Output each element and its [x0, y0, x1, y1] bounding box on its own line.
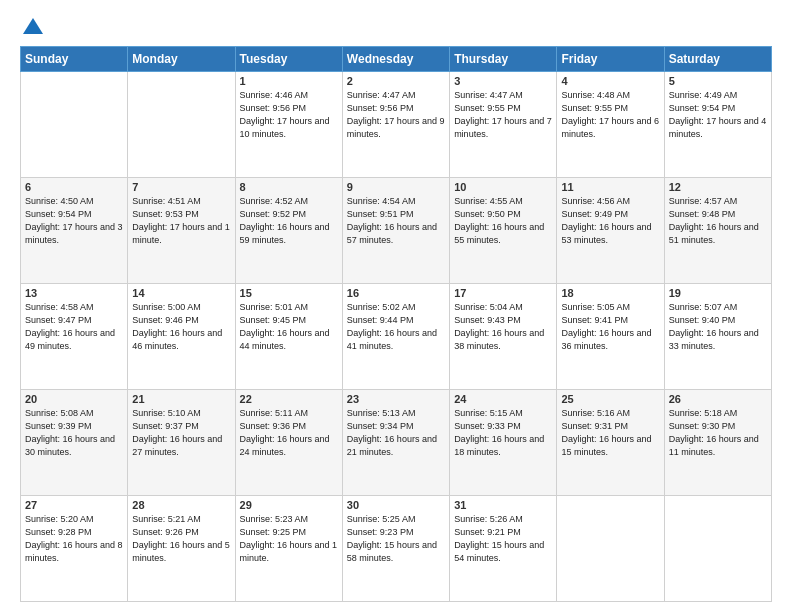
day-info: Sunrise: 5:15 AM Sunset: 9:33 PM Dayligh… — [454, 407, 552, 459]
calendar-cell — [557, 496, 664, 602]
calendar-cell: 11Sunrise: 4:56 AM Sunset: 9:49 PM Dayli… — [557, 178, 664, 284]
day-info: Sunrise: 4:55 AM Sunset: 9:50 PM Dayligh… — [454, 195, 552, 247]
day-info: Sunrise: 5:23 AM Sunset: 9:25 PM Dayligh… — [240, 513, 338, 565]
day-number: 13 — [25, 287, 123, 299]
calendar-cell: 5Sunrise: 4:49 AM Sunset: 9:54 PM Daylig… — [664, 72, 771, 178]
calendar-cell: 7Sunrise: 4:51 AM Sunset: 9:53 PM Daylig… — [128, 178, 235, 284]
calendar-week-2: 6Sunrise: 4:50 AM Sunset: 9:54 PM Daylig… — [21, 178, 772, 284]
header — [20, 18, 772, 36]
calendar-cell: 15Sunrise: 5:01 AM Sunset: 9:45 PM Dayli… — [235, 284, 342, 390]
day-number: 15 — [240, 287, 338, 299]
calendar-header-thursday: Thursday — [450, 47, 557, 72]
day-number: 3 — [454, 75, 552, 87]
day-number: 2 — [347, 75, 445, 87]
page: SundayMondayTuesdayWednesdayThursdayFrid… — [0, 0, 792, 612]
day-number: 21 — [132, 393, 230, 405]
day-info: Sunrise: 4:57 AM Sunset: 9:48 PM Dayligh… — [669, 195, 767, 247]
day-info: Sunrise: 5:04 AM Sunset: 9:43 PM Dayligh… — [454, 301, 552, 353]
day-info: Sunrise: 5:08 AM Sunset: 9:39 PM Dayligh… — [25, 407, 123, 459]
calendar-cell: 3Sunrise: 4:47 AM Sunset: 9:55 PM Daylig… — [450, 72, 557, 178]
day-info: Sunrise: 4:47 AM Sunset: 9:55 PM Dayligh… — [454, 89, 552, 141]
day-info: Sunrise: 5:07 AM Sunset: 9:40 PM Dayligh… — [669, 301, 767, 353]
calendar-header-tuesday: Tuesday — [235, 47, 342, 72]
calendar-cell — [21, 72, 128, 178]
day-info: Sunrise: 5:10 AM Sunset: 9:37 PM Dayligh… — [132, 407, 230, 459]
calendar-cell: 2Sunrise: 4:47 AM Sunset: 9:56 PM Daylig… — [342, 72, 449, 178]
calendar-cell: 30Sunrise: 5:25 AM Sunset: 9:23 PM Dayli… — [342, 496, 449, 602]
day-number: 23 — [347, 393, 445, 405]
calendar-header-monday: Monday — [128, 47, 235, 72]
day-info: Sunrise: 5:16 AM Sunset: 9:31 PM Dayligh… — [561, 407, 659, 459]
day-info: Sunrise: 5:05 AM Sunset: 9:41 PM Dayligh… — [561, 301, 659, 353]
calendar-cell: 10Sunrise: 4:55 AM Sunset: 9:50 PM Dayli… — [450, 178, 557, 284]
day-number: 8 — [240, 181, 338, 193]
day-number: 10 — [454, 181, 552, 193]
day-info: Sunrise: 5:02 AM Sunset: 9:44 PM Dayligh… — [347, 301, 445, 353]
calendar-cell: 14Sunrise: 5:00 AM Sunset: 9:46 PM Dayli… — [128, 284, 235, 390]
day-number: 9 — [347, 181, 445, 193]
calendar-header-friday: Friday — [557, 47, 664, 72]
day-number: 1 — [240, 75, 338, 87]
day-info: Sunrise: 4:51 AM Sunset: 9:53 PM Dayligh… — [132, 195, 230, 247]
day-number: 6 — [25, 181, 123, 193]
day-number: 24 — [454, 393, 552, 405]
day-info: Sunrise: 5:26 AM Sunset: 9:21 PM Dayligh… — [454, 513, 552, 565]
calendar-cell: 27Sunrise: 5:20 AM Sunset: 9:28 PM Dayli… — [21, 496, 128, 602]
calendar-header-saturday: Saturday — [664, 47, 771, 72]
logo-text — [20, 18, 43, 36]
calendar-cell: 8Sunrise: 4:52 AM Sunset: 9:52 PM Daylig… — [235, 178, 342, 284]
day-number: 20 — [25, 393, 123, 405]
calendar-cell — [128, 72, 235, 178]
day-info: Sunrise: 4:56 AM Sunset: 9:49 PM Dayligh… — [561, 195, 659, 247]
day-info: Sunrise: 4:58 AM Sunset: 9:47 PM Dayligh… — [25, 301, 123, 353]
day-number: 26 — [669, 393, 767, 405]
day-info: Sunrise: 4:46 AM Sunset: 9:56 PM Dayligh… — [240, 89, 338, 141]
day-number: 28 — [132, 499, 230, 511]
day-info: Sunrise: 4:52 AM Sunset: 9:52 PM Dayligh… — [240, 195, 338, 247]
day-info: Sunrise: 5:21 AM Sunset: 9:26 PM Dayligh… — [132, 513, 230, 565]
day-number: 16 — [347, 287, 445, 299]
day-number: 14 — [132, 287, 230, 299]
calendar-cell: 21Sunrise: 5:10 AM Sunset: 9:37 PM Dayli… — [128, 390, 235, 496]
day-info: Sunrise: 4:48 AM Sunset: 9:55 PM Dayligh… — [561, 89, 659, 141]
day-info: Sunrise: 5:13 AM Sunset: 9:34 PM Dayligh… — [347, 407, 445, 459]
day-number: 4 — [561, 75, 659, 87]
calendar-cell: 9Sunrise: 4:54 AM Sunset: 9:51 PM Daylig… — [342, 178, 449, 284]
day-number: 22 — [240, 393, 338, 405]
calendar-cell: 26Sunrise: 5:18 AM Sunset: 9:30 PM Dayli… — [664, 390, 771, 496]
day-number: 31 — [454, 499, 552, 511]
day-info: Sunrise: 5:01 AM Sunset: 9:45 PM Dayligh… — [240, 301, 338, 353]
calendar-cell: 18Sunrise: 5:05 AM Sunset: 9:41 PM Dayli… — [557, 284, 664, 390]
calendar-cell: 12Sunrise: 4:57 AM Sunset: 9:48 PM Dayli… — [664, 178, 771, 284]
day-number: 25 — [561, 393, 659, 405]
day-info: Sunrise: 5:18 AM Sunset: 9:30 PM Dayligh… — [669, 407, 767, 459]
calendar-header-wednesday: Wednesday — [342, 47, 449, 72]
day-number: 19 — [669, 287, 767, 299]
calendar-week-5: 27Sunrise: 5:20 AM Sunset: 9:28 PM Dayli… — [21, 496, 772, 602]
calendar-cell: 13Sunrise: 4:58 AM Sunset: 9:47 PM Dayli… — [21, 284, 128, 390]
calendar-cell — [664, 496, 771, 602]
day-number: 29 — [240, 499, 338, 511]
day-number: 18 — [561, 287, 659, 299]
day-info: Sunrise: 5:25 AM Sunset: 9:23 PM Dayligh… — [347, 513, 445, 565]
day-number: 5 — [669, 75, 767, 87]
calendar-cell: 29Sunrise: 5:23 AM Sunset: 9:25 PM Dayli… — [235, 496, 342, 602]
calendar-header-row: SundayMondayTuesdayWednesdayThursdayFrid… — [21, 47, 772, 72]
calendar-cell: 1Sunrise: 4:46 AM Sunset: 9:56 PM Daylig… — [235, 72, 342, 178]
day-number: 7 — [132, 181, 230, 193]
calendar-week-4: 20Sunrise: 5:08 AM Sunset: 9:39 PM Dayli… — [21, 390, 772, 496]
calendar-cell: 19Sunrise: 5:07 AM Sunset: 9:40 PM Dayli… — [664, 284, 771, 390]
calendar-week-1: 1Sunrise: 4:46 AM Sunset: 9:56 PM Daylig… — [21, 72, 772, 178]
day-info: Sunrise: 5:20 AM Sunset: 9:28 PM Dayligh… — [25, 513, 123, 565]
day-info: Sunrise: 5:00 AM Sunset: 9:46 PM Dayligh… — [132, 301, 230, 353]
day-info: Sunrise: 4:47 AM Sunset: 9:56 PM Dayligh… — [347, 89, 445, 141]
day-number: 17 — [454, 287, 552, 299]
calendar-header-sunday: Sunday — [21, 47, 128, 72]
calendar-week-3: 13Sunrise: 4:58 AM Sunset: 9:47 PM Dayli… — [21, 284, 772, 390]
calendar-cell: 31Sunrise: 5:26 AM Sunset: 9:21 PM Dayli… — [450, 496, 557, 602]
calendar-cell: 23Sunrise: 5:13 AM Sunset: 9:34 PM Dayli… — [342, 390, 449, 496]
calendar-cell: 4Sunrise: 4:48 AM Sunset: 9:55 PM Daylig… — [557, 72, 664, 178]
calendar-cell: 22Sunrise: 5:11 AM Sunset: 9:36 PM Dayli… — [235, 390, 342, 496]
calendar-cell: 24Sunrise: 5:15 AM Sunset: 9:33 PM Dayli… — [450, 390, 557, 496]
calendar-cell: 6Sunrise: 4:50 AM Sunset: 9:54 PM Daylig… — [21, 178, 128, 284]
